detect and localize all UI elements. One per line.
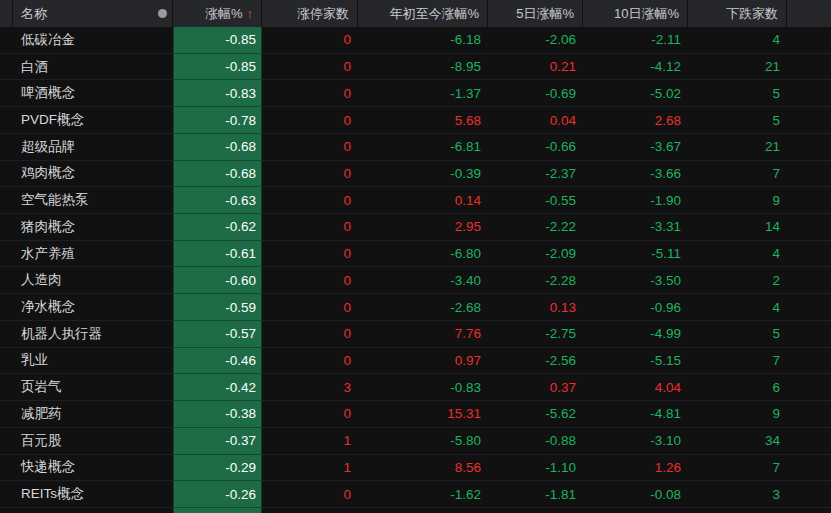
row-filler [787,54,831,81]
table-row[interactable]: 空气能热泵-0.6300.14-0.55-1.909 [0,187,831,214]
marker-cell [152,401,173,428]
table-row[interactable]: 猪肉概念-0.6202.95-2.22-3.3114 [0,214,831,241]
ytd-change: -1.62 [358,481,488,508]
ytd-change: 8.56 [358,455,488,482]
column-label-ytd: 年初至今涨幅% [389,5,479,23]
table-row[interactable]: REITs概念-0.260-1.62-1.81-0.083 [0,481,831,508]
marker-cell [152,428,173,455]
header-gutter [0,0,13,27]
column-header-5day[interactable]: 5日涨幅% [488,0,583,27]
5day-cell [488,508,583,513]
row-filler [787,80,831,107]
marker-cell [152,54,173,81]
10day-cell [583,508,688,513]
5day-change: 0.37 [488,374,583,401]
column-label-10day: 10日涨幅% [614,5,679,23]
header-filler [787,0,831,27]
sector-name-cell [13,508,152,513]
change-value: -0.63 [173,187,262,214]
table-row[interactable]: 减肥药-0.38015.31-5.62-4.819 [0,401,831,428]
decliners-count: 7 [688,455,787,482]
table-row[interactable]: 快递概念-0.2918.56-1.101.267 [0,455,831,482]
sector-name: 猪肉概念 [13,214,152,241]
10day-change: -5.02 [583,80,688,107]
change-value: -0.68 [173,134,262,161]
decliners-cell [688,508,787,513]
table-row[interactable]: PVDF概念-0.7805.680.042.685 [0,107,831,134]
sector-name: 百元股 [13,428,152,455]
column-header-name[interactable]: 名称 [13,0,152,27]
row-gutter [0,455,13,482]
change-value: -0.46 [173,348,262,375]
row-gutter [0,267,13,294]
ytd-change: 0.14 [358,187,488,214]
column-header-change[interactable]: 涨幅% ↑ [173,0,262,27]
column-header-marker[interactable] [152,0,173,27]
sector-name: 空气能热泵 [13,187,152,214]
table-row[interactable]: 啤酒概念-0.830-1.37-0.69-5.025 [0,80,831,107]
row-gutter [0,187,13,214]
row-filler [787,214,831,241]
row-gutter [0,214,13,241]
ytd-change: -1.37 [358,80,488,107]
column-header-ytd[interactable]: 年初至今涨幅% [358,0,488,27]
table-row[interactable]: 页岩气-0.423-0.830.374.046 [0,374,831,401]
decliners-count: 5 [688,321,787,348]
10day-change: 2.68 [583,107,688,134]
sector-name: 机器人执行器 [13,321,152,348]
table-row[interactable]: 超级品牌-0.680-6.81-0.66-3.6721 [0,134,831,161]
marker-cell [152,481,173,508]
change-value: -0.60 [173,267,262,294]
row-filler [787,241,831,268]
change-value: -0.42 [173,374,262,401]
column-header-10day[interactable]: 10日涨幅% [583,0,688,27]
row-gutter [0,401,13,428]
marker-cell [152,348,173,375]
table-row[interactable]: 百元股-0.371-5.80-0.88-3.1034 [0,428,831,455]
change-value: -0.85 [173,54,262,81]
row-filler [787,267,831,294]
table-row[interactable]: 鸡肉概念-0.680-0.39-2.37-3.667 [0,161,831,188]
change-cell [173,508,262,513]
row-gutter [0,54,13,81]
column-label-change: 涨幅% [205,5,243,23]
row-filler [787,134,831,161]
column-header-decliners[interactable]: 下跌家数 [688,0,787,27]
10day-change: 1.26 [583,455,688,482]
row-filler [787,187,831,214]
sector-name: 啤酒概念 [13,80,152,107]
ytd-change: -6.80 [358,241,488,268]
5day-change: -0.66 [488,134,583,161]
table-row[interactable]: 乳业-0.4600.97-2.56-5.157 [0,348,831,375]
limit-up-count: 0 [262,348,358,375]
change-value: -0.85 [173,27,262,54]
row-gutter [0,134,13,161]
decliners-count: 21 [688,134,787,161]
column-header-limit-up[interactable]: 涨停家数 [262,0,358,27]
limit-up-count: 0 [262,214,358,241]
column-label-name: 名称 [21,5,47,23]
table-row[interactable]: 白酒-0.850-8.950.21-4.1221 [0,54,831,81]
marker-dot-icon [158,9,167,18]
5day-change: 0.04 [488,107,583,134]
table-row[interactable]: 水产养殖-0.610-6.80-2.09-5.114 [0,241,831,268]
row-gutter [0,321,13,348]
5day-change: -5.62 [488,401,583,428]
change-value: -0.38 [173,401,262,428]
marker-cell [152,161,173,188]
10day-change: -3.31 [583,214,688,241]
10day-change: -1.90 [583,187,688,214]
5day-change: 0.13 [488,294,583,321]
table-row[interactable]: 机器人执行器-0.5707.76-2.75-4.995 [0,321,831,348]
table-row[interactable]: 净水概念-0.590-2.680.13-0.964 [0,294,831,321]
decliners-count: 14 [688,214,787,241]
10day-change: -4.99 [583,321,688,348]
table-row[interactable]: 低碳冶金-0.850-6.18-2.06-2.114 [0,27,831,54]
row-filler [787,321,831,348]
ytd-change: -0.83 [358,374,488,401]
table-row[interactable]: 人造肉-0.600-3.40-2.28-3.502 [0,267,831,294]
decliners-count: 9 [688,401,787,428]
sector-name: 低碳冶金 [13,27,152,54]
limit-up-count: 0 [262,54,358,81]
sector-name: 乳业 [13,348,152,375]
